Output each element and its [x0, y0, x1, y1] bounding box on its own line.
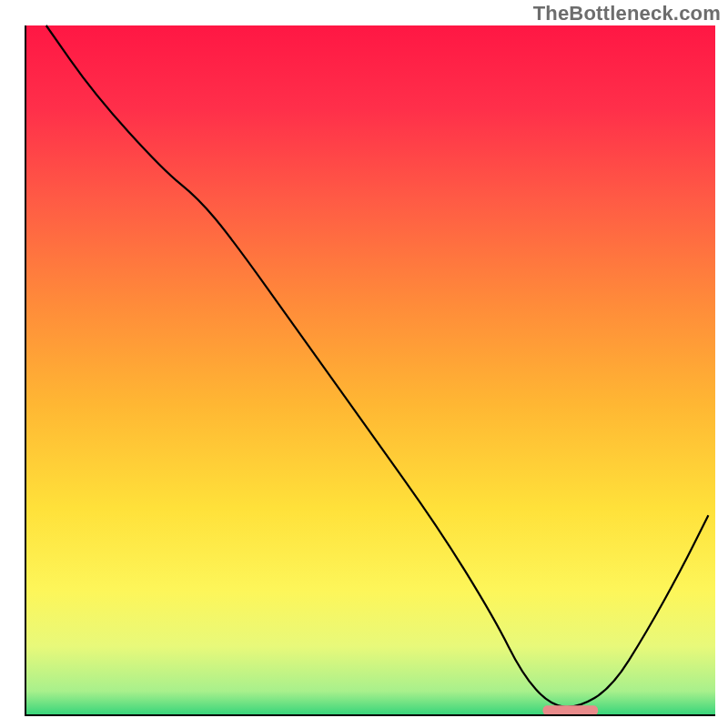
watermark-text: TheBottleneck.com	[533, 2, 721, 25]
chart-svg	[0, 0, 728, 728]
plot-background	[25, 25, 715, 715]
optimum-marker	[543, 705, 599, 715]
chart-container: TheBottleneck.com	[0, 0, 728, 728]
